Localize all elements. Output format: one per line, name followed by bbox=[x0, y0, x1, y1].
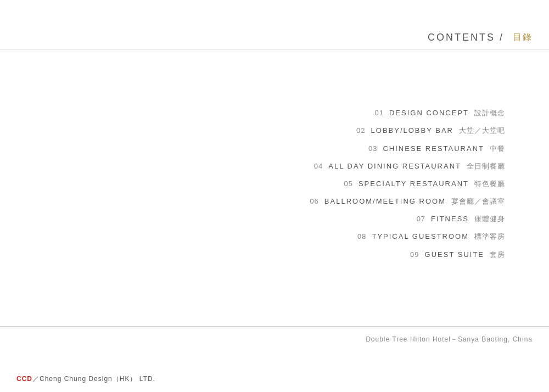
toc-item: 09GUEST SUITE套房 bbox=[403, 250, 505, 260]
toc-item: 08TYPICAL GUESTROOM標準客房 bbox=[350, 232, 505, 242]
toc-english: FITNESS bbox=[431, 214, 469, 224]
table-of-contents: 01DESIGN CONCEPT設計概念02LOBBY/LOBBY BAR大堂／… bbox=[0, 49, 549, 326]
toc-english: CHINESE RESTAURANT bbox=[383, 144, 484, 154]
toc-number: 08 bbox=[350, 232, 366, 242]
toc-item: 05SPECIALTY RESTAURANT特色餐廳 bbox=[337, 179, 505, 189]
toc-item: 01DESIGN CONCEPT設計概念 bbox=[367, 108, 505, 118]
toc-chinese: 中餐 bbox=[490, 144, 505, 154]
hotel-name: Double Tree Hilton Hotel－Sanya Baoting, … bbox=[16, 335, 533, 344]
contents-title-chinese: 目錄 bbox=[513, 32, 533, 43]
toc-number: 03 bbox=[361, 144, 377, 154]
toc-chinese: 標準客房 bbox=[474, 232, 505, 242]
toc-number: 06 bbox=[302, 197, 319, 206]
toc-english: GUEST SUITE bbox=[425, 250, 484, 260]
toc-english: TYPICAL GUESTROOM bbox=[372, 232, 469, 242]
toc-number: 04 bbox=[306, 161, 323, 171]
toc-item: 02LOBBY/LOBBY BAR大堂／大堂吧 bbox=[349, 126, 505, 136]
contents-title: CONTENTS bbox=[428, 32, 495, 43]
toc-number: 01 bbox=[367, 108, 384, 118]
page-header: CONTENTS / 目錄 bbox=[0, 0, 549, 49]
toc-english: SPECIALTY RESTAURANT bbox=[358, 179, 469, 189]
toc-english: LOBBY/LOBBY BAR bbox=[371, 126, 453, 136]
toc-chinese: 特色餐廳 bbox=[474, 179, 505, 189]
page-footer: Double Tree Hilton Hotel－Sanya Baoting, … bbox=[0, 326, 549, 392]
toc-item: 07FITNESS康體健身 bbox=[409, 214, 505, 224]
toc-item: 04ALL DAY DINING RESTAURANT全日制餐廳 bbox=[306, 161, 505, 171]
toc-english: DESIGN CONCEPT bbox=[389, 108, 469, 118]
toc-chinese: 康體健身 bbox=[474, 214, 505, 224]
toc-chinese: 套房 bbox=[490, 250, 505, 260]
toc-number: 07 bbox=[409, 214, 425, 224]
company-full: ／Cheng Chung Design（HK） LTD. bbox=[32, 375, 155, 383]
toc-number: 02 bbox=[349, 126, 366, 136]
contents-separator: / bbox=[495, 32, 508, 43]
toc-english: BALLROOM/MEETING ROOM bbox=[324, 197, 446, 206]
toc-item: 03CHINESE RESTAURANT中餐 bbox=[361, 144, 505, 154]
toc-number: 05 bbox=[337, 179, 353, 189]
toc-english: ALL DAY DINING RESTAURANT bbox=[328, 161, 461, 171]
toc-chinese: 大堂／大堂吧 bbox=[459, 126, 505, 136]
toc-chinese: 全日制餐廳 bbox=[467, 161, 505, 171]
toc-chinese: 設計概念 bbox=[474, 108, 505, 118]
company-abbr: CCD bbox=[16, 375, 32, 383]
toc-chinese: 宴會廳／會議室 bbox=[451, 197, 505, 206]
toc-number: 09 bbox=[403, 250, 419, 260]
company-name: CCD／Cheng Chung Design（HK） LTD. bbox=[16, 374, 533, 384]
toc-item: 06BALLROOM/MEETING ROOM宴會廳／會議室 bbox=[302, 197, 505, 206]
